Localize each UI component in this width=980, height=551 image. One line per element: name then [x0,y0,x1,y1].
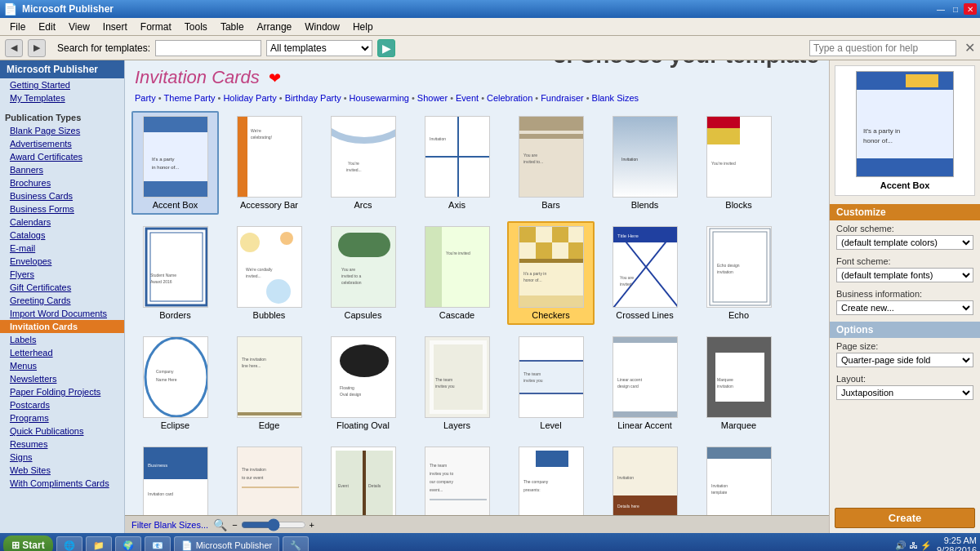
filter-housewarming[interactable]: Housewarming [350,93,409,103]
template-row4-col4[interactable]: The team invites you to our company even… [413,442,501,515]
sidebar-item-calendars[interactable]: Calendars [0,216,124,229]
template-row4-col7[interactable]: Invitation template [695,442,782,515]
search-input[interactable] [155,40,261,56]
sidebar-item-import-word[interactable]: Import Word Documents [0,307,124,320]
template-checkers[interactable]: It's a party in honor of... Checkers [507,221,595,325]
sidebar-item-quick-publications[interactable]: Quick Publications [0,424,124,438]
sidebar-item-advertisements[interactable]: Advertisements [0,137,124,150]
template-row4-col6[interactable]: Invitation Details here [601,442,688,515]
filter-blank-sizes-link[interactable]: Filter Blank Sizes... [131,520,208,530]
sidebar-item-greeting-cards[interactable]: Greeting Cards [0,294,124,307]
menu-insert[interactable]: Insert [96,20,134,34]
sidebar-item-programs[interactable]: Programs [0,411,124,424]
back-button[interactable]: ◀ [5,39,23,57]
template-bars[interactable]: You are invited to... Bars [507,111,595,215]
template-echo[interactable]: Echo design invitation Echo [695,221,782,325]
sidebar-item-envelopes[interactable]: Envelopes [0,255,124,268]
template-blocks[interactable]: You're invited Blocks [695,111,782,215]
page-size-select[interactable]: Quarter-page side fold [836,353,973,367]
template-level[interactable]: The team invites you Level [507,331,595,435]
template-bubbles[interactable]: We're cordially invited... Bubbles [225,221,313,325]
create-button[interactable]: Create [835,508,975,528]
sidebar-item-business-cards[interactable]: Business Cards [0,189,124,202]
sidebar-item-compliments-cards[interactable]: With Compliments Cards [0,477,124,490]
filter-blank-sizes[interactable]: Blank Sizes [592,93,639,103]
close-button[interactable]: ✕ [964,3,977,15]
sidebar-item-blank-page-sizes[interactable]: Blank Page Sizes [0,124,124,137]
filter-event[interactable]: Event [456,93,479,103]
sidebar-item-letterhead[interactable]: Letterhead [0,346,124,359]
template-accessory-bar[interactable]: We're celebrating! Accessory Bar [225,111,313,215]
sidebar-item-menus[interactable]: Menus [0,359,124,372]
template-edge[interactable]: The invitation line here... Edge [225,331,313,435]
restore-button[interactable]: □ [949,3,962,15]
taskbar-app-chrome[interactable]: 🌍 [115,536,141,551]
taskbar-app-tools[interactable]: 🔧 [283,536,309,551]
menu-view[interactable]: View [62,20,96,34]
sidebar-item-labels[interactable]: Labels [0,333,124,346]
filter-theme-party[interactable]: Theme Party [164,93,216,103]
template-row4-col1[interactable]: Business Invitation card [131,442,219,515]
sidebar-item-invitation-cards[interactable]: Invitation Cards [0,320,124,333]
template-eclipse[interactable]: Company Name Here Eclipse [131,331,219,435]
color-scheme-select[interactable]: (default template colors) [836,235,973,250]
minimize-button[interactable]: — [934,3,947,15]
template-filter-dropdown[interactable]: All templates [266,40,372,56]
taskbar-app-publisher[interactable]: 📄 Microsoft Publisher [174,536,280,551]
taskbar-app-explorer[interactable]: 📁 [86,536,112,551]
zoom-slider[interactable] [241,518,306,531]
sidebar-item-postcards[interactable]: Postcards [0,398,124,411]
menu-help[interactable]: Help [346,20,380,34]
template-layers[interactable]: The team invites you Layers [413,331,501,435]
filter-party[interactable]: Party [135,93,156,103]
menu-table[interactable]: Table [214,20,251,34]
forward-button[interactable]: ▶ [28,39,46,57]
business-info-select[interactable]: Create new... [836,300,973,315]
help-close-button[interactable]: ✕ [964,40,975,56]
menu-arrange[interactable]: Arrange [251,20,299,34]
sidebar-item-newsletters[interactable]: Newsletters [0,372,124,385]
layout-select[interactable]: Juxtaposition [836,385,973,400]
sidebar-item-paper-folding[interactable]: Paper Folding Projects [0,385,124,398]
template-marquee[interactable]: Marquee invitation Marquee [695,331,782,435]
help-input[interactable] [809,40,956,56]
taskbar-app-email[interactable]: 📧 [145,536,171,551]
template-row4-col5[interactable]: The company presents: [507,442,595,515]
sidebar-item-signs[interactable]: Signs [0,451,124,464]
filter-birthday-party[interactable]: Birthday Party [285,93,341,103]
sidebar-item-flyers[interactable]: Flyers [0,268,124,281]
template-row4-col3[interactable]: Event Details [319,442,407,515]
sidebar-item-banners[interactable]: Banners [0,163,124,176]
sidebar-item-business-forms[interactable]: Business Forms [0,202,124,216]
search-go-button[interactable]: ▶ [377,39,395,57]
template-capsules[interactable]: You are invited to a celebration Capsule… [319,221,407,325]
filter-holiday-party[interactable]: Holiday Party [223,93,276,103]
sidebar-item-getting-started[interactable]: Getting Started [0,78,124,91]
sidebar-item-brochures[interactable]: Brochures [0,176,124,189]
template-arcs[interactable]: You're invited... Arcs [319,111,407,215]
template-linear-accent[interactable]: Linear accent design card Linear Accent [601,331,688,435]
sidebar-item-resumes[interactable]: Resumes [0,438,124,451]
menu-tools[interactable]: Tools [178,20,214,34]
template-accent-box[interactable]: It's a party in honor of... Accent Box [131,111,219,215]
menu-edit[interactable]: Edit [32,20,62,34]
template-axis[interactable]: Invitation Axis [413,111,501,215]
font-scheme-select[interactable]: (default template fonts) [836,268,973,282]
sidebar-item-award-certificates[interactable]: Award Certificates [0,150,124,163]
start-button[interactable]: ⊞ Start [3,535,53,551]
sidebar-item-email[interactable]: E-mail [0,242,124,255]
menu-format[interactable]: Format [134,20,178,34]
sidebar-item-catalogs[interactable]: Catalogs [0,229,124,242]
taskbar-app-ie[interactable]: 🌐 [56,536,82,551]
filter-fundraiser[interactable]: Fundraiser [541,93,584,103]
template-blends[interactable]: Invitation Blends [601,111,688,215]
template-crossed-lines[interactable]: Title Here You are invited Crossed Lines [601,221,688,325]
template-cascade[interactable]: You're invited Cascade [413,221,501,325]
template-row4-col2[interactable]: The invitation to our event [225,442,313,515]
template-floating-oval[interactable]: Floating Oval design Floating Oval [319,331,407,435]
filter-shower[interactable]: Shower [417,93,448,103]
filter-celebration[interactable]: Celebration [487,93,532,103]
sidebar-item-web-sites[interactable]: Web Sites [0,464,124,477]
sidebar-item-my-templates[interactable]: My Templates [0,91,124,104]
menu-window[interactable]: Window [298,20,346,34]
